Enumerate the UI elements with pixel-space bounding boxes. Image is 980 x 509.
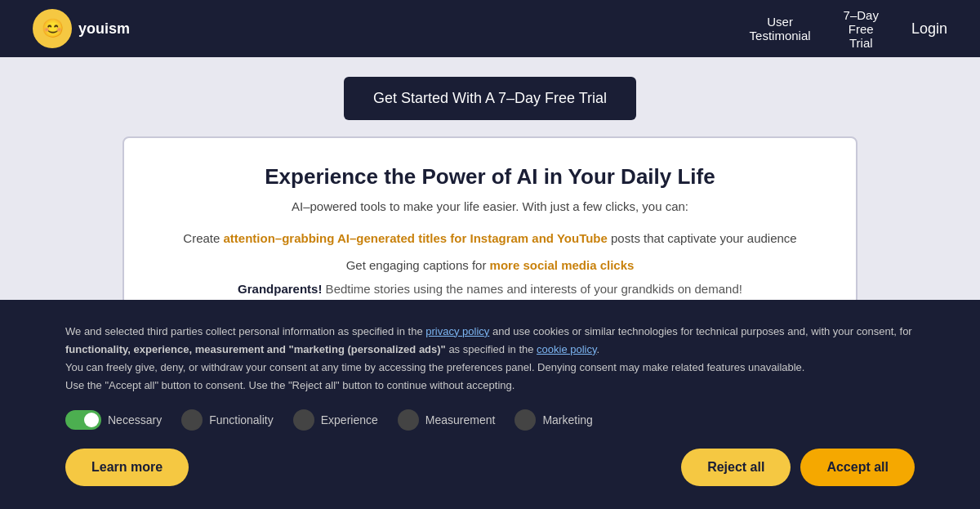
content-line-2: Get engaging captions for more social me…: [173, 258, 807, 272]
functionality-toggle[interactable]: [181, 409, 203, 431]
logo-text: youism: [78, 20, 130, 38]
content-line-1: Create attention–grabbing AI–generated t…: [173, 230, 807, 248]
content-title: Experience the Power of AI in Your Daily…: [173, 164, 807, 190]
cookie-text3: Use the "Accept all" button to consent. …: [65, 379, 514, 391]
measurement-toggle[interactable]: [398, 409, 419, 431]
measurement-label: Measurement: [425, 413, 496, 426]
logo-icon: 😊: [33, 9, 72, 48]
nav-user-testimonial[interactable]: User Testimonial: [750, 15, 811, 42]
toggle-functionality: Functionality: [181, 409, 274, 431]
marketing-toggle[interactable]: [514, 409, 536, 431]
content-line1-bold: attention–grabbing AI–generated titles f…: [224, 231, 608, 245]
nav-7-day-free-trial[interactable]: 7–Day Free Trial: [844, 8, 879, 50]
content-subtitle: AI–powered tools to make your life easie…: [173, 199, 807, 213]
content-line1-suffix: posts that captivate your audience: [608, 231, 797, 245]
privacy-policy-link[interactable]: privacy policy: [425, 325, 489, 337]
content-line2-prefix: Get engaging captions for: [346, 258, 490, 272]
necessary-toggle-knob: [84, 413, 99, 427]
cookie-actions: Learn more Reject all Accept all: [65, 449, 915, 486]
experience-toggle[interactable]: [293, 409, 314, 431]
content-card: Experience the Power of AI in Your Daily…: [122, 136, 858, 324]
header-nav: User Testimonial 7–Day Free Trial Login: [750, 8, 947, 50]
cookie-text1-bold: functionality, experience, measurement a…: [65, 343, 446, 355]
toggle-experience: Experience: [293, 409, 378, 431]
cookie-text1-prefix: We and selected third parties collect pe…: [65, 325, 425, 337]
cookie-text1-suffix: and use cookies or similar technologies …: [489, 325, 911, 337]
content-line1-prefix: Create: [183, 231, 223, 245]
cookie-text1-mid: as specified in the: [446, 343, 537, 355]
logo-emoji: 😊: [42, 18, 64, 39]
reject-all-button[interactable]: Reject all: [681, 449, 791, 486]
experience-label: Experience: [321, 413, 378, 426]
cookie-banner: We and selected third parties collect pe…: [0, 300, 980, 509]
content-line3-prefix: Grandparents!: [238, 282, 322, 296]
cookie-text2: You can freely give, deny, or withdraw y…: [65, 361, 804, 373]
functionality-label: Functionality: [209, 413, 274, 426]
header: 😊 youism User Testimonial 7–Day Free Tri…: [0, 0, 980, 57]
logo[interactable]: 😊 youism: [33, 9, 130, 48]
toggle-marketing: Marketing: [514, 409, 592, 431]
content-line2-bold: more social media clicks: [490, 258, 635, 272]
cta-button[interactable]: Get Started With A 7–Day Free Trial: [344, 77, 636, 120]
necessary-toggle-switch[interactable]: [65, 410, 101, 430]
necessary-label: Necessary: [108, 413, 162, 426]
toggle-necessary: Necessary: [65, 410, 162, 430]
marketing-label: Marketing: [542, 413, 592, 426]
content-line-3: Grandparents! Bedtime stories using the …: [173, 282, 807, 296]
cookie-toggles: Necessary Functionality Experience Measu…: [65, 409, 915, 431]
learn-more-button[interactable]: Learn more: [65, 449, 189, 486]
nav-login[interactable]: Login: [911, 20, 947, 38]
accept-all-button[interactable]: Accept all: [800, 449, 915, 486]
content-line3-suffix: Bedtime stories using the names and inte…: [322, 282, 742, 296]
toggle-measurement: Measurement: [398, 409, 496, 431]
cookie-policy-link[interactable]: cookie policy: [537, 343, 596, 355]
cookie-text: We and selected third parties collect pe…: [65, 323, 915, 395]
cookie-text1-end: .: [597, 343, 600, 355]
